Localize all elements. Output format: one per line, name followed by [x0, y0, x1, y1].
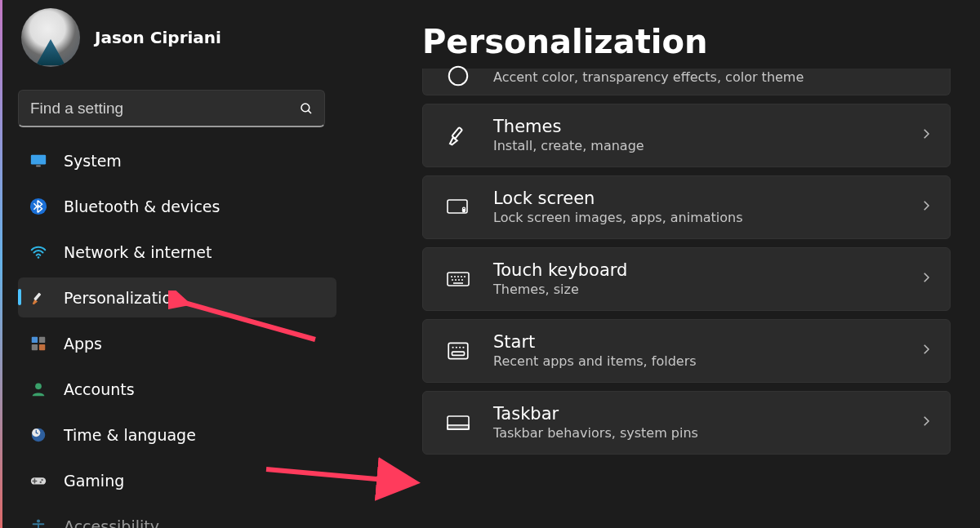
- card-title: Lock screen: [493, 188, 896, 209]
- svg-rect-2: [31, 154, 46, 164]
- sidebar-item-label: Time & language: [64, 426, 196, 444]
- card-subtitle: Taskbar behaviors, system pins: [493, 424, 896, 442]
- chevron-right-icon: [919, 414, 933, 432]
- settings-card-taskbar[interactable]: Taskbar Taskbar behaviors, system pins: [422, 391, 951, 455]
- settings-card-lock-screen[interactable]: Lock screen Lock screen images, apps, an…: [422, 175, 951, 239]
- nav-list: System Bluetooth & devices Network & int…: [18, 140, 339, 528]
- lockscreen-icon: [446, 195, 470, 220]
- svg-point-16: [40, 481, 42, 482]
- person-icon: [29, 380, 47, 398]
- monitor-icon: [29, 152, 47, 170]
- page-title: Personalization: [422, 23, 951, 60]
- svg-point-18: [449, 67, 468, 86]
- avatar[interactable]: [21, 8, 80, 67]
- card-subtitle: Install, create, manage: [493, 137, 896, 155]
- wifi-icon: [29, 243, 47, 261]
- sidebar-item-label: Accounts: [64, 380, 135, 398]
- svg-point-11: [35, 383, 42, 389]
- svg-point-15: [41, 478, 42, 480]
- card-title: Taskbar: [493, 403, 896, 424]
- svg-rect-10: [39, 344, 45, 349]
- sidebar-item-accessibility[interactable]: Accessibility: [18, 506, 336, 528]
- user-name: Jason Cipriani: [95, 28, 221, 47]
- svg-rect-9: [32, 344, 38, 349]
- keyboard-icon: [446, 267, 470, 291]
- chevron-right-icon: [919, 126, 933, 144]
- startmenu-icon: [446, 339, 470, 363]
- sidebar-item-label: Personalization: [64, 289, 181, 307]
- paintbrush-icon: [29, 289, 47, 307]
- svg-point-36: [459, 347, 461, 348]
- card-text: Accent color, transparency effects, colo…: [493, 69, 933, 87]
- bluetooth-icon: [29, 197, 47, 215]
- svg-point-35: [456, 347, 457, 348]
- settings-card-start[interactable]: Start Recent apps and items, folders: [422, 319, 951, 383]
- card-text: Lock screen Lock screen images, apps, an…: [493, 188, 896, 227]
- accessibility-icon: [29, 517, 47, 529]
- settings-card-touch-keyboard[interactable]: Touch keyboard Themes, size: [422, 247, 951, 311]
- apps-icon: [29, 335, 47, 353]
- svg-rect-38: [452, 352, 465, 355]
- svg-point-0: [301, 104, 310, 112]
- sidebar-item-apps[interactable]: Apps: [18, 323, 336, 363]
- sidebar-item-label: System: [64, 152, 122, 170]
- sidebar-item-label: Network & internet: [64, 243, 212, 261]
- search-icon: [299, 101, 314, 116]
- palette-icon: [446, 64, 470, 88]
- chevron-right-icon: [919, 270, 933, 288]
- svg-point-37: [462, 347, 464, 348]
- card-title: Start: [493, 331, 896, 353]
- svg-rect-40: [448, 425, 469, 429]
- card-subtitle: Themes, size: [493, 281, 896, 299]
- svg-point-34: [452, 347, 454, 348]
- sidebar-item-label: Gaming: [64, 472, 124, 490]
- sidebar-item-network-internet[interactable]: Network & internet: [18, 232, 336, 272]
- gamepad-icon: [29, 472, 47, 490]
- settings-card-themes[interactable]: Themes Install, create, manage: [422, 104, 951, 167]
- card-text: Touch keyboard Themes, size: [493, 260, 896, 299]
- sidebar-item-time-language[interactable]: Time & language: [18, 415, 336, 455]
- card-subtitle: Lock screen images, apps, animations: [493, 209, 896, 227]
- svg-point-17: [37, 519, 40, 522]
- paintbrush-outline-icon: [446, 123, 470, 148]
- settings-card-colors[interactable]: Accent color, transparency effects, colo…: [422, 69, 951, 95]
- sidebar-item-label: Apps: [64, 335, 102, 353]
- search-wrapper: [18, 90, 325, 127]
- svg-rect-3: [36, 165, 41, 166]
- sidebar-item-system[interactable]: System: [18, 140, 336, 180]
- sidebar-item-label: Accessibility: [64, 517, 159, 529]
- svg-rect-8: [39, 336, 45, 342]
- sidebar-item-gaming[interactable]: Gaming: [18, 460, 336, 500]
- sidebar-item-bluetooth-devices[interactable]: Bluetooth & devices: [18, 186, 336, 226]
- card-text: Taskbar Taskbar behaviors, system pins: [493, 403, 896, 442]
- search-input[interactable]: [18, 90, 325, 127]
- settings-card-list: Accent color, transparency effects, colo…: [422, 69, 951, 455]
- svg-line-1: [308, 110, 311, 113]
- sidebar: Jason Cipriani System Bluetooth & device…: [0, 0, 352, 528]
- card-title: Themes: [493, 116, 896, 137]
- svg-rect-7: [32, 336, 38, 342]
- content-area: Personalization Accent color, transparen…: [352, 0, 980, 528]
- svg-rect-6: [33, 292, 41, 300]
- sidebar-item-label: Bluetooth & devices: [64, 197, 220, 215]
- card-subtitle: Accent color, transparency effects, colo…: [493, 69, 933, 87]
- chevron-right-icon: [919, 198, 933, 216]
- card-text: Start Recent apps and items, folders: [493, 331, 896, 370]
- card-subtitle: Recent apps and items, folders: [493, 353, 896, 370]
- clock-globe-icon: [29, 426, 47, 444]
- profile-block[interactable]: Jason Cipriani: [18, 0, 339, 87]
- card-title: Touch keyboard: [493, 260, 896, 281]
- svg-point-5: [38, 256, 40, 259]
- sidebar-item-accounts[interactable]: Accounts: [18, 369, 336, 409]
- taskbar-icon: [446, 410, 470, 435]
- svg-rect-19: [452, 127, 462, 139]
- chevron-right-icon: [919, 342, 933, 360]
- card-text: Themes Install, create, manage: [493, 116, 896, 155]
- svg-rect-33: [448, 343, 468, 358]
- sidebar-item-personalization[interactable]: Personalization: [18, 277, 336, 317]
